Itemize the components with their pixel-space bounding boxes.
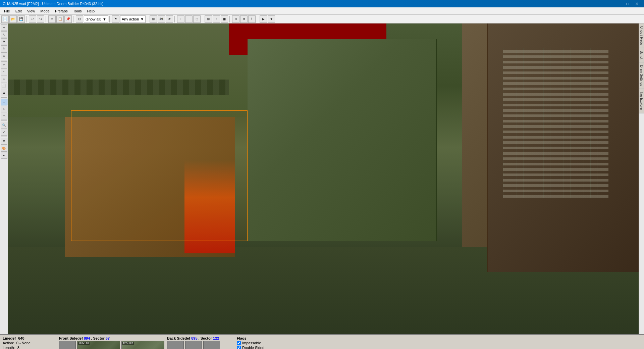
snap-button[interactable]: ⊕ (232, 15, 239, 23)
front-top-texture-preview[interactable] (59, 341, 76, 349)
filter-icon[interactable]: ⊟ (76, 15, 83, 23)
save-button[interactable]: 💾 (17, 15, 25, 23)
tool-entity[interactable]: ● (1, 152, 7, 159)
back-sidedef-label: Back Sidedef (167, 336, 190, 340)
cut-button[interactable]: ✂ (48, 15, 56, 23)
back-bot-texture[interactable]: - (203, 341, 220, 349)
copy-button[interactable]: 📋 (56, 15, 64, 23)
maximize-button[interactable]: □ (623, 0, 632, 7)
tool-thing[interactable]: ♟ (1, 90, 7, 96)
2d-mode-button[interactable]: ⊞ (150, 15, 157, 23)
tool-line[interactable]: ⊟ (1, 76, 7, 82)
back-top-texture-preview[interactable] (167, 341, 184, 349)
viewport[interactable] (8, 23, 639, 334)
play-button[interactable]: ▶ (260, 15, 267, 23)
right-panel: Undo / Redo Script Draw Settings Tag Exp… (639, 23, 644, 334)
minimize-button[interactable]: ─ (614, 0, 623, 7)
front-sidedef-id[interactable]: 894 (84, 336, 90, 340)
back-mid-texture-preview[interactable] (185, 341, 202, 349)
tool-zoom[interactable]: 🔍 (1, 122, 7, 129)
tool-select[interactable]: ↖ (1, 31, 7, 38)
redo-button[interactable]: ↪ (37, 15, 44, 23)
front-mid-texture[interactable]: 128x128 MARBLE1 (77, 341, 120, 349)
back-sector-id[interactable]: 122 (213, 336, 219, 340)
zoom-out-button[interactable]: − (185, 15, 193, 23)
tool-rotate[interactable]: ↻ (1, 45, 7, 52)
new-button[interactable]: 📄 (1, 15, 9, 23)
tag-explorer-tab[interactable]: Tag Explorer (639, 89, 644, 113)
visual-mode-button[interactable]: 👁 (166, 15, 173, 23)
grid-smaller-button[interactable]: ▫ (213, 15, 220, 23)
front-bot-texture[interactable]: 128x128 MARBLE3 (121, 341, 164, 349)
length-value: 8 (17, 346, 19, 349)
back-top-texture[interactable]: - (167, 341, 184, 349)
front-sector-id[interactable]: 67 (106, 336, 110, 340)
snap2-button[interactable]: ⊗ (240, 15, 248, 23)
action-label: Action: (3, 341, 14, 345)
tool-new-sector[interactable]: ✛ (1, 24, 7, 31)
script-tab[interactable]: Script (639, 48, 644, 62)
tool-bridge[interactable]: ↔ (1, 99, 7, 105)
main-layout: ✛ ↖ ✥ ↻ ⊞ ✏ • ⊟ ⬜ ♟ ↔ ○ ⬭ 🔍 ✓ ⚙ 🎨 ● (0, 23, 644, 334)
menu-edit[interactable]: Edit (13, 8, 24, 14)
flag-icon[interactable]: ⚑ (112, 15, 119, 23)
tool-draw[interactable]: ✏ (1, 61, 7, 68)
menu-file[interactable]: File (1, 8, 13, 14)
grid-button[interactable]: ⊞ (205, 15, 212, 23)
tool-paint[interactable]: 🎨 (1, 145, 7, 152)
front-sidedef-label: Front Sidedef (59, 336, 83, 340)
grid-larger-button[interactable]: ◼ (221, 15, 228, 23)
menu-tools[interactable]: Tools (70, 8, 85, 14)
zoom-in-button[interactable]: + (177, 15, 184, 23)
toolbar-sep-5 (147, 16, 148, 22)
tool-sep-3 (1, 120, 7, 121)
selection-box (71, 110, 248, 241)
tool-ellipse[interactable]: ⬭ (1, 113, 7, 119)
toolbar-sep-9 (257, 16, 258, 22)
show-all-dropdown[interactable]: (show all) ▼ (84, 15, 108, 23)
back-bot-texture-preview[interactable] (203, 341, 220, 349)
front-mid-texture-preview[interactable]: 128x128 (77, 341, 120, 349)
tool-settings[interactable]: ⚙ (1, 138, 7, 145)
undo-button[interactable]: ↩ (29, 15, 36, 23)
menu-view[interactable]: View (24, 8, 38, 14)
menu-mode[interactable]: Mode (38, 8, 52, 14)
open-button[interactable]: 📂 (9, 15, 17, 23)
close-button[interactable]: ✕ (633, 0, 641, 7)
front-top-texture[interactable]: - (59, 341, 76, 349)
tool-circle[interactable]: ○ (1, 106, 7, 112)
flags-section: Flags Impassable Double Sided Shown as 1… (237, 336, 297, 349)
tool-sector[interactable]: ⬜ (1, 83, 7, 89)
3d-mode-button[interactable]: 🎮 (158, 15, 165, 23)
toolbar-sep-4 (109, 16, 111, 22)
draw-settings-tab[interactable]: Draw Settings (639, 62, 644, 89)
front-sidedef-section: Front Sidedef 894 , Sector 67 - 128x128 … (59, 336, 164, 349)
undo-redo-tab[interactable]: Undo / Redo (639, 23, 644, 48)
toolbar-sep-7 (202, 16, 203, 22)
menu-help[interactable]: Help (85, 8, 98, 14)
info-button[interactable]: ℹ (248, 15, 256, 23)
linedef-info: Linedef 640 Action: 0 - None Length: 8 A… (3, 336, 56, 349)
toolbar-sep-2 (46, 16, 47, 22)
back-sector-label: Sector (201, 336, 212, 340)
flag-impassable-checkbox[interactable] (237, 341, 241, 345)
tool-check[interactable]: ✓ (1, 129, 7, 136)
flag-double-sided-checkbox[interactable] (237, 346, 241, 349)
window-controls: ─ □ ✕ (614, 0, 641, 7)
back-sidedef-id[interactable]: 895 (191, 336, 197, 340)
tool-sep-1 (1, 60, 7, 60)
left-toolbox: ✛ ↖ ✥ ↻ ⊞ ✏ • ⊟ ⬜ ♟ ↔ ○ ⬭ 🔍 ✓ ⚙ 🎨 ● (0, 23, 8, 334)
back-mid-texture[interactable]: - (185, 341, 202, 349)
title-bar: CHAIN25.wad [E2M2] - Ultimate Doom Build… (0, 0, 644, 7)
paste-button[interactable]: 📌 (64, 15, 72, 23)
tool-grid[interactable]: ⊞ (1, 52, 7, 59)
toolbar-sep-8 (229, 16, 231, 22)
fit-button[interactable]: ⊡ (193, 15, 201, 23)
tool-vertex[interactable]: • (1, 68, 7, 75)
play-dropdown-button[interactable]: ▼ (268, 15, 275, 23)
any-action-dropdown[interactable]: Any action ▼ (120, 15, 146, 23)
flag-impassable-row: Impassable (237, 341, 297, 345)
menu-prefabs[interactable]: Prefabs (52, 8, 70, 14)
front-bot-texture-preview[interactable]: 128x128 (121, 341, 164, 349)
tool-move[interactable]: ✥ (1, 38, 7, 45)
